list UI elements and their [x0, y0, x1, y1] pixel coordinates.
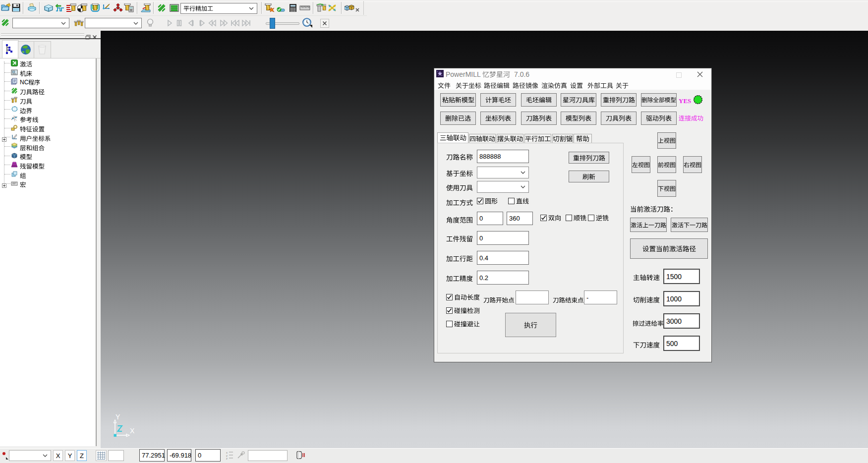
svg-text:z: z — [226, 457, 228, 460]
